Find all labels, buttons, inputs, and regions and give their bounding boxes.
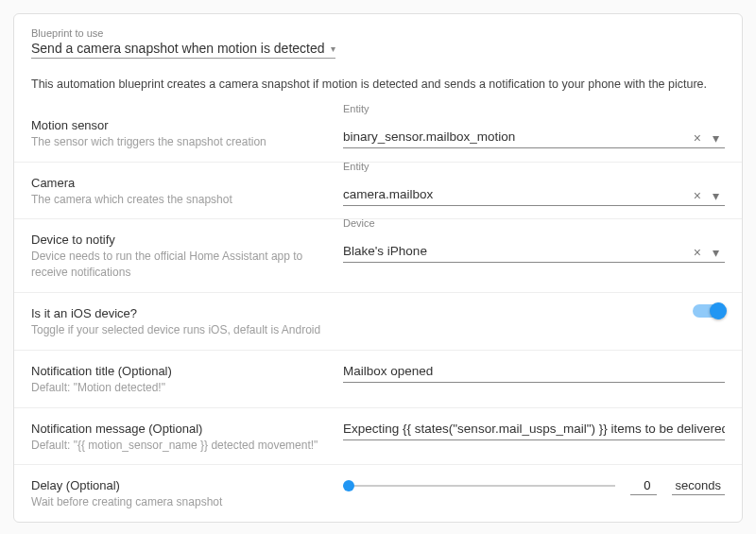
chevron-down-icon: ▾ [331, 43, 335, 54]
camera-field-label: Entity [343, 161, 688, 172]
row-ios-toggle: Is it an iOS device? Toggle if your sele… [14, 293, 742, 351]
ios-sub: Toggle if your selected device runs iOS,… [31, 322, 674, 338]
chevron-down-icon[interactable]: ▾ [707, 245, 725, 260]
toggle-knob [710, 302, 727, 319]
clear-icon[interactable]: × [688, 188, 707, 203]
blueprint-select[interactable]: Send a camera snapshot when motion is de… [31, 41, 335, 59]
notif-msg-sub: Default: "{{ motion_sensor_name }} detec… [31, 438, 324, 454]
notif-msg-title: Notification message (Optional) [31, 422, 324, 436]
camera-title: Camera [31, 176, 324, 190]
delay-value[interactable]: 0 [630, 476, 657, 495]
motion-sensor-field-label: Entity [343, 103, 688, 114]
device-sub: Device needs to run the official Home As… [31, 249, 324, 281]
motion-sensor-title: Motion sensor [31, 118, 324, 132]
motion-sensor-sub: The sensor wich triggers the snapshot cr… [31, 134, 324, 150]
ios-toggle[interactable] [693, 304, 725, 318]
chevron-down-icon[interactable]: ▾ [707, 130, 725, 146]
device-field-label: Device [343, 217, 688, 229]
blueprint-label: Blueprint to use [31, 27, 725, 39]
row-camera: Camera The camera which creates the snap… [14, 163, 742, 220]
blueprint-section: Blueprint to use Send a camera snapshot … [14, 14, 742, 105]
row-device: Device to notify Device needs to run the… [14, 219, 742, 293]
slider-thumb[interactable] [343, 480, 354, 491]
device-input[interactable] [343, 242, 688, 260]
notif-title-title: Notification title (Optional) [31, 364, 324, 378]
camera-input[interactable] [343, 185, 688, 203]
delay-title: Delay (Optional) [31, 478, 324, 492]
automation-config-card: Blueprint to use Send a camera snapshot … [13, 13, 743, 523]
notification-title-input[interactable] [343, 362, 725, 380]
clear-icon[interactable]: × [688, 245, 707, 260]
row-motion-sensor: Motion sensor The sensor wich triggers t… [14, 105, 742, 163]
delay-sub: Wait before creating camera snapshot [31, 494, 324, 510]
notification-message-input[interactable] [343, 420, 725, 438]
row-delay: Delay (Optional) Wait before creating ca… [14, 465, 742, 522]
delay-slider[interactable] [343, 485, 615, 487]
row-notification-message: Notification message (Optional) Default:… [14, 408, 742, 466]
delay-unit: seconds [672, 476, 725, 495]
motion-sensor-input[interactable] [343, 128, 688, 146]
blueprint-value: Send a camera snapshot when motion is de… [31, 41, 325, 56]
camera-sub: The camera which creates the snapshot [31, 192, 324, 208]
chevron-down-icon[interactable]: ▾ [707, 188, 725, 203]
ios-title: Is it an iOS device? [31, 306, 674, 320]
device-title: Device to notify [31, 233, 324, 247]
blueprint-description: This automation blueprint creates a came… [31, 76, 725, 94]
notif-title-sub: Default: "Motion detected!" [31, 380, 324, 396]
row-notification-title: Notification title (Optional) Default: "… [14, 351, 742, 408]
clear-icon[interactable]: × [688, 130, 707, 146]
